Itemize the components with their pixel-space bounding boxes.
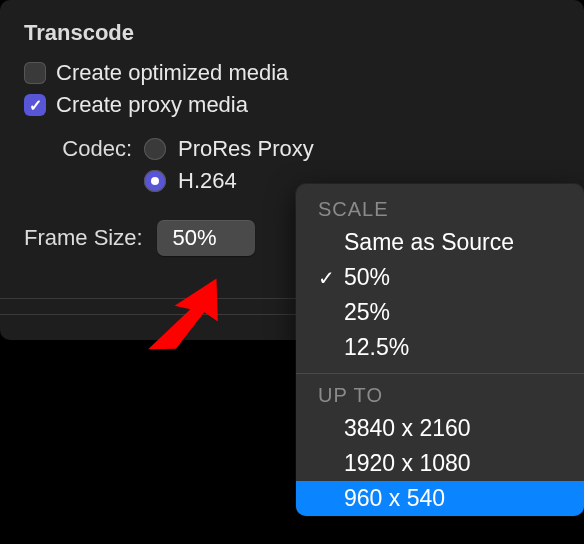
menu-item-label: 1920 x 1080: [344, 450, 471, 477]
checkbox-row-proxy[interactable]: ✓ Create proxy media: [24, 92, 560, 118]
radio-label: H.264: [178, 168, 237, 194]
menu-item-same-as-source[interactable]: Same as Source: [296, 225, 584, 260]
divider: [0, 298, 300, 299]
codec-label: Codec:: [24, 136, 132, 162]
checkbox-row-optimized[interactable]: Create optimized media: [24, 60, 560, 86]
menu-header-upto: UP TO: [296, 376, 584, 411]
menu-item-label: 50%: [344, 264, 390, 291]
menu-item-3840[interactable]: 3840 x 2160: [296, 411, 584, 446]
menu-item-label: 12.5%: [344, 334, 409, 361]
checkbox-unchecked-icon[interactable]: [24, 62, 46, 84]
menu-item-label: 25%: [344, 299, 390, 326]
checkmark-icon: ✓: [318, 266, 344, 290]
radio-selected-icon[interactable]: [144, 170, 166, 192]
menu-header-scale: SCALE: [296, 190, 584, 225]
menu-item-50[interactable]: ✓ 50%: [296, 260, 584, 295]
dropdown-value: 50%: [173, 225, 217, 250]
menu-item-960[interactable]: 960 x 540: [296, 481, 584, 516]
radio-label: ProRes Proxy: [178, 136, 314, 162]
frame-size-dropdown[interactable]: 50%: [157, 220, 255, 256]
divider: [0, 314, 300, 315]
menu-item-1920[interactable]: 1920 x 1080: [296, 446, 584, 481]
section-title: Transcode: [24, 20, 560, 46]
radio-unselected-icon[interactable]: [144, 138, 166, 160]
checkbox-checked-icon[interactable]: ✓: [24, 94, 46, 116]
menu-item-label: 960 x 540: [344, 485, 445, 512]
frame-size-label: Frame Size:: [24, 225, 143, 251]
menu-item-12-5[interactable]: 12.5%: [296, 330, 584, 365]
menu-item-label: 3840 x 2160: [344, 415, 471, 442]
menu-divider: [296, 373, 584, 374]
menu-item-label: Same as Source: [344, 229, 514, 256]
radio-row-prores[interactable]: Codec: ProRes Proxy: [24, 136, 560, 162]
checkbox-label: Create proxy media: [56, 92, 248, 118]
frame-size-menu: SCALE Same as Source ✓ 50% 25% 12.5% UP …: [296, 184, 584, 516]
checkbox-label: Create optimized media: [56, 60, 288, 86]
menu-item-25[interactable]: 25%: [296, 295, 584, 330]
